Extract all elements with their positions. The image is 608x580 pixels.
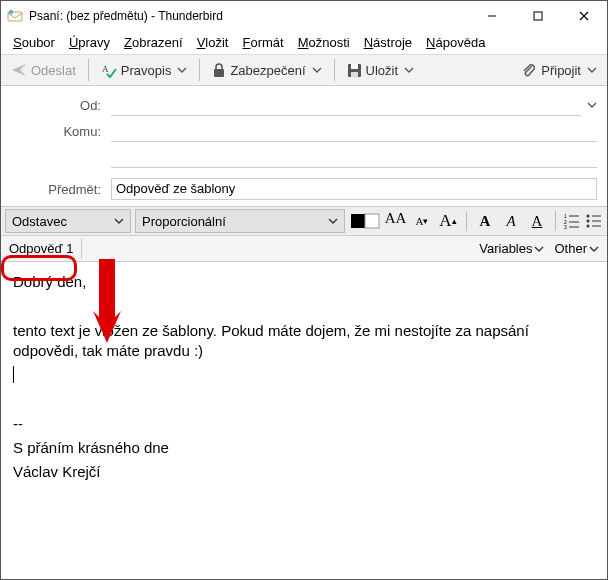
message-headers: Od: Komu: Předmět: Odpověď ze šablony <box>1 86 607 206</box>
numbered-list-icon[interactable]: 123 <box>563 212 581 230</box>
spellcheck-button[interactable]: A Pravopis <box>97 60 192 80</box>
window-title: Psaní: (bez předmětu) - Thunderbird <box>29 9 469 23</box>
to-field[interactable] <box>111 120 597 142</box>
app-icon <box>7 8 23 24</box>
chevron-down-icon <box>177 65 187 75</box>
toolbar-separator <box>199 59 200 81</box>
svg-rect-10 <box>351 72 358 77</box>
from-label: Od: <box>11 98 111 113</box>
menu-insert[interactable]: Vložit <box>191 33 235 52</box>
bullet-list-icon[interactable] <box>585 212 603 230</box>
menu-view[interactable]: Zobrazení <box>118 33 189 52</box>
attach-label: Připojit <box>541 63 581 78</box>
spellcheck-label: Pravopis <box>121 63 172 78</box>
chevron-down-icon <box>114 216 124 226</box>
highlight-color-icon[interactable] <box>363 212 381 230</box>
menu-options[interactable]: Možnosti <box>292 33 356 52</box>
template-tab[interactable]: Odpověď 1 <box>1 238 82 259</box>
italic-icon[interactable]: A <box>500 210 522 232</box>
other-label: Other <box>554 241 587 256</box>
toolbar-separator <box>88 59 89 81</box>
signature-dashes: -- <box>13 414 595 434</box>
paragraph-label: Odstavec <box>12 214 67 229</box>
decrease-font-icon[interactable]: A▾ <box>411 210 433 232</box>
svg-point-21 <box>587 220 590 223</box>
security-button[interactable]: Zabezpečení <box>208 60 325 80</box>
chevron-down-icon <box>312 65 322 75</box>
toolbar-separator <box>334 59 335 81</box>
signature-line: S přáním krásného dne <box>13 438 595 458</box>
paragraph-style-dropdown[interactable]: Odstavec <box>5 209 131 233</box>
lock-icon <box>212 62 226 78</box>
chevron-down-icon <box>587 65 597 75</box>
titlebar: Psaní: (bez předmětu) - Thunderbird <box>1 1 607 31</box>
send-icon <box>11 62 27 78</box>
body-greeting: Dobrý den, <box>13 272 595 292</box>
tab-label: Odpověď 1 <box>9 241 73 256</box>
close-button[interactable] <box>561 1 607 31</box>
menu-edit[interactable]: Úpravy <box>63 33 116 52</box>
save-icon <box>347 63 362 78</box>
menu-format[interactable]: Formát <box>236 33 289 52</box>
save-button[interactable]: Uložit <box>343 61 419 80</box>
spellcheck-icon: A <box>101 62 117 78</box>
paperclip-icon <box>521 62 537 78</box>
svg-point-19 <box>587 215 590 218</box>
text-cursor <box>13 366 14 383</box>
menu-file[interactable]: Soubor <box>7 33 61 52</box>
signature-name: Václav Krejčí <box>13 462 595 482</box>
body-paragraph: tento text je vložen ze šablony. Pokud m… <box>13 321 595 362</box>
security-label: Zabezpečení <box>230 63 305 78</box>
separator <box>555 211 556 231</box>
chevron-down-icon[interactable] <box>587 100 597 110</box>
window-controls <box>469 1 607 31</box>
to-label: Komu: <box>11 124 111 139</box>
chevron-down-icon <box>534 244 544 254</box>
maximize-button[interactable] <box>515 1 561 31</box>
font-family-dropdown[interactable]: Proporcionální <box>135 209 345 233</box>
svg-rect-3 <box>534 12 542 20</box>
subject-row: Předmět: Odpověď ze šablony <box>11 176 597 202</box>
send-button[interactable]: Odeslat <box>7 60 80 80</box>
svg-text:3: 3 <box>564 224 567 230</box>
menubar: Soubor Úpravy Zobrazení Vložit Formát Mo… <box>1 31 607 55</box>
minimize-button[interactable] <box>469 1 515 31</box>
svg-text:A: A <box>102 64 109 74</box>
subject-label: Předmět: <box>11 182 111 197</box>
svg-point-1 <box>9 10 13 14</box>
chevron-down-icon <box>328 216 338 226</box>
extra-recipient-row <box>11 144 597 170</box>
font-size-dropdown[interactable]: AA <box>385 210 407 232</box>
formatting-toolbar: Odstavec Proporcionální AA A▾ A▴ A A A 1… <box>1 206 607 236</box>
separator <box>466 211 467 231</box>
variables-dropdown[interactable]: Variables <box>475 239 548 258</box>
subject-field[interactable]: Odpověď ze šablony <box>111 178 597 200</box>
increase-font-icon[interactable]: A▴ <box>437 210 459 232</box>
from-field[interactable] <box>111 94 581 116</box>
to-row: Komu: <box>11 118 597 144</box>
font-label: Proporcionální <box>142 214 226 229</box>
message-body[interactable]: Dobrý den, tento text je vložen ze šablo… <box>1 262 607 579</box>
compose-window: Psaní: (bez předmětu) - Thunderbird Soub… <box>0 0 608 580</box>
extra-recipient-field[interactable] <box>111 146 597 168</box>
svg-rect-7 <box>214 69 224 77</box>
attach-button[interactable]: Připojit <box>517 60 601 80</box>
bold-icon[interactable]: A <box>474 210 496 232</box>
variables-label: Variables <box>479 241 532 256</box>
template-tabbar: Odpověď 1 Variables Other <box>1 236 607 262</box>
menu-help[interactable]: Nápověda <box>420 33 491 52</box>
send-label: Odeslat <box>31 63 76 78</box>
chevron-down-icon <box>404 65 414 75</box>
from-row: Od: <box>11 92 597 118</box>
save-label: Uložit <box>366 63 399 78</box>
menu-tools[interactable]: Nástroje <box>358 33 418 52</box>
other-dropdown[interactable]: Other <box>550 239 603 258</box>
svg-point-23 <box>587 225 590 228</box>
chevron-down-icon <box>589 244 599 254</box>
underline-icon[interactable]: A <box>526 210 548 232</box>
svg-rect-9 <box>351 64 358 69</box>
svg-rect-12 <box>365 214 379 228</box>
main-toolbar: Odeslat A Pravopis Zabezpečení Uložit Př… <box>1 55 607 86</box>
